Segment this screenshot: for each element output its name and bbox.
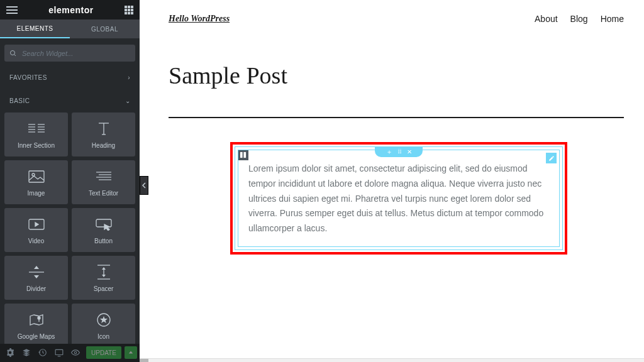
- text-editor-icon: [96, 168, 112, 185]
- panel-tabs: ELEMENTS GLOBAL: [0, 19, 140, 38]
- widget-label: Button: [94, 238, 113, 244]
- category-label: BASIC: [9, 97, 30, 104]
- app-logo: elementor: [48, 5, 93, 15]
- widget-label: Inner Section: [18, 142, 55, 149]
- star-icon: [96, 312, 112, 328]
- spacer-icon: [96, 264, 112, 280]
- section[interactable]: ＋ ⠿ ✕ Lorem ipsum dolor sit amet, consec…: [235, 146, 563, 250]
- scrollbar-thumb[interactable]: [140, 359, 148, 362]
- nav-blog[interactable]: Blog: [570, 14, 588, 24]
- sidebar-footer: UPDATE: [0, 344, 140, 362]
- widget-divider[interactable]: Divider: [4, 256, 68, 300]
- bottom-scrollbar[interactable]: [140, 358, 644, 362]
- svg-point-14: [32, 173, 35, 176]
- category-label: FAVORITES: [9, 74, 47, 81]
- widget-label: Divider: [26, 285, 46, 292]
- button-icon: [96, 216, 112, 233]
- video-icon: [28, 216, 45, 233]
- chevron-right-icon: ›: [128, 74, 130, 81]
- nav-about[interactable]: About: [535, 14, 558, 24]
- edit-widget-icon[interactable]: [546, 153, 557, 163]
- svg-rect-13: [29, 171, 44, 182]
- svg-point-29: [74, 352, 77, 354]
- editor-sidebar: elementor ELEMENTS GLOBAL FAVORITES › BA…: [0, 0, 140, 362]
- preview-icon[interactable]: [68, 345, 83, 360]
- svg-rect-20: [96, 219, 111, 227]
- widget-label: Heading: [92, 142, 115, 149]
- annotation-highlight: ＋ ⠿ ✕ Lorem ipsum dolor sit amet, consec…: [230, 142, 567, 255]
- sidebar-header: elementor: [0, 0, 140, 19]
- settings-icon[interactable]: [3, 345, 18, 360]
- chevron-down-icon: ⌄: [125, 97, 131, 104]
- heading-icon: [96, 121, 112, 137]
- update-button[interactable]: UPDATE: [86, 346, 121, 359]
- chevron-left-icon: [142, 182, 147, 189]
- menu-icon[interactable]: [6, 6, 18, 14]
- text-content: Lorem ipsum dolor sit amet, consectetur …: [248, 162, 549, 236]
- widget-grid: Inner Section Heading Image Text Editor …: [0, 112, 140, 343]
- divider: [169, 117, 624, 118]
- widget-inner-section[interactable]: Inner Section: [4, 112, 68, 156]
- tab-global[interactable]: GLOBAL: [70, 19, 140, 38]
- columns-icon: [28, 121, 45, 137]
- text-widget[interactable]: Lorem ipsum dolor sit amet, consectetur …: [238, 150, 560, 247]
- svg-line-1: [14, 54, 16, 56]
- widget-label: Image: [28, 190, 45, 197]
- widget-label: Google Maps: [18, 333, 55, 340]
- widget-label: Spacer: [94, 285, 114, 292]
- editor-canvas: Hello WordPress About Blog Home Sample P…: [148, 0, 644, 362]
- widget-video[interactable]: Video: [4, 208, 68, 252]
- site-nav: About Blog Home: [535, 14, 624, 24]
- svg-point-0: [11, 50, 15, 55]
- divider-icon: [28, 264, 45, 280]
- site-header: Hello WordPress About Blog Home: [169, 14, 624, 24]
- search-input[interactable]: [22, 50, 130, 57]
- navigator-icon[interactable]: [19, 345, 34, 360]
- responsive-icon[interactable]: [52, 345, 67, 360]
- post-title: Sample Post: [169, 62, 624, 89]
- image-icon: [28, 168, 45, 185]
- tab-elements[interactable]: ELEMENTS: [0, 19, 70, 38]
- search-box[interactable]: [4, 45, 135, 62]
- search-icon: [9, 50, 17, 57]
- widget-text-editor[interactable]: Text Editor: [72, 160, 135, 204]
- history-icon[interactable]: [35, 345, 50, 360]
- widget-heading[interactable]: Heading: [72, 112, 135, 156]
- widget-button[interactable]: Button: [72, 208, 135, 252]
- widget-label: Icon: [97, 333, 109, 340]
- category-favorites[interactable]: FAVORITES ›: [0, 65, 140, 89]
- svg-point-25: [38, 317, 40, 319]
- widget-icon[interactable]: Icon: [72, 304, 135, 343]
- svg-rect-27: [55, 350, 63, 355]
- category-basic[interactable]: BASIC ⌄: [0, 89, 140, 112]
- widget-google-maps[interactable]: Google Maps: [4, 304, 68, 343]
- widget-label: Video: [28, 238, 44, 244]
- site-title[interactable]: Hello WordPress: [169, 14, 230, 24]
- map-icon: [28, 312, 45, 328]
- widget-spacer[interactable]: Spacer: [72, 256, 135, 300]
- apps-icon[interactable]: [125, 6, 133, 14]
- nav-home[interactable]: Home: [601, 14, 624, 24]
- sidebar-toggle[interactable]: [140, 176, 148, 195]
- widget-image[interactable]: Image: [4, 160, 68, 204]
- update-options-icon[interactable]: [125, 346, 137, 359]
- widget-label: Text Editor: [89, 190, 118, 197]
